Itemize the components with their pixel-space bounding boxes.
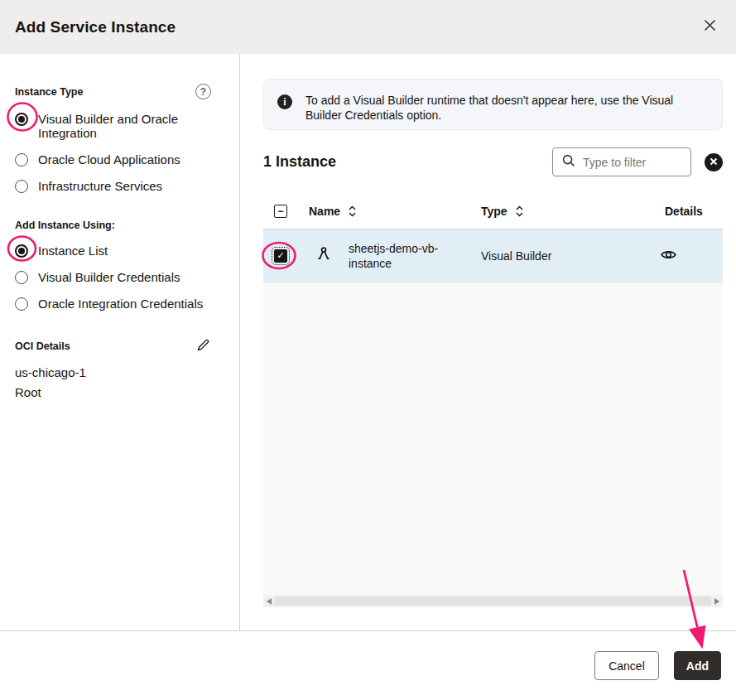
column-header-type[interactable]: Type xyxy=(470,204,654,219)
info-icon: i xyxy=(277,94,292,109)
eye-icon xyxy=(660,246,677,266)
radio-icon xyxy=(15,297,28,311)
instance-name: sheetjs-demo-vb-instance xyxy=(349,241,470,271)
info-banner: i To add a Visual Builder runtime that d… xyxy=(263,79,723,130)
filter-input[interactable] xyxy=(583,156,681,169)
radio-infrastructure-services[interactable]: Infrastructure Services xyxy=(15,179,211,193)
instance-count-heading: 1 Instance xyxy=(263,153,336,171)
scrollbar-thumb[interactable] xyxy=(275,596,711,606)
column-header-name[interactable]: Name xyxy=(298,204,470,219)
filter-search-box[interactable] xyxy=(552,147,691,176)
radio-visual-builder-credentials[interactable]: Visual Builder Credentials xyxy=(15,270,211,284)
radio-selected-icon xyxy=(15,244,28,258)
oci-region-value: us-chicago-1 xyxy=(15,365,211,379)
add-instance-using-label: Add Instance Using: xyxy=(15,220,115,231)
dialog-sidebar: Instance Type ? Visual Builder and Oracl… xyxy=(0,54,240,630)
radio-icon xyxy=(15,271,28,284)
table-row-sheetjs-demo-vb-instance[interactable]: ✓ sheetjs-demo-vb-instance Visual Builde… xyxy=(263,229,723,282)
circle-x-icon xyxy=(710,156,718,168)
list-toolbar: 1 Instance xyxy=(263,147,723,176)
radio-oracle-cloud-applications[interactable]: Oracle Cloud Applications xyxy=(15,152,211,167)
visual-builder-instance-icon xyxy=(315,246,332,266)
cancel-button[interactable]: Cancel xyxy=(594,651,659,680)
help-icon[interactable]: ? xyxy=(195,84,211,99)
view-details-button[interactable] xyxy=(655,243,681,269)
radio-label: Instance List xyxy=(38,244,108,258)
radio-label: Oracle Cloud Applications xyxy=(38,152,180,167)
info-banner-text: To add a Visual Builder runtime that doe… xyxy=(305,90,696,123)
sort-icon[interactable] xyxy=(515,204,524,219)
dialog-title: Add Service Instance xyxy=(15,18,176,36)
table-header-row: − Name Type Details xyxy=(263,193,723,229)
add-button[interactable]: Add xyxy=(674,651,721,680)
row-checkbox-checked[interactable]: ✓ xyxy=(274,249,287,263)
sort-icon[interactable] xyxy=(348,204,357,219)
radio-icon xyxy=(15,153,28,167)
instances-table: − Name Type Details xyxy=(263,193,723,607)
radio-label: Visual Builder and Oracle Integration xyxy=(38,112,211,140)
edit-oci-details-button[interactable] xyxy=(195,338,211,355)
close-button[interactable] xyxy=(693,10,726,43)
radio-oracle-integration-credentials[interactable]: Oracle Integration Credentials xyxy=(15,297,211,311)
radio-label: Oracle Integration Credentials xyxy=(38,297,203,311)
dialog-footer: Cancel Add xyxy=(0,630,736,700)
radio-label: Infrastructure Services xyxy=(38,179,162,193)
radio-instance-list[interactable]: Instance List xyxy=(15,244,211,258)
dialog-main-panel: i To add a Visual Builder runtime that d… xyxy=(241,54,736,630)
column-header-details: Details xyxy=(654,205,723,218)
radio-icon xyxy=(15,180,28,193)
scroll-left-arrow-icon[interactable] xyxy=(267,598,272,605)
oci-details-label: OCI Details xyxy=(15,340,70,352)
close-icon xyxy=(703,18,717,35)
horizontal-scrollbar[interactable] xyxy=(263,595,723,607)
instance-type-label: Instance Type xyxy=(15,86,83,98)
pencil-icon xyxy=(196,338,210,355)
radio-selected-icon xyxy=(15,113,28,126)
oci-compartment-value: Root xyxy=(15,385,211,399)
instance-type-value: Visual Builder xyxy=(470,249,654,263)
search-icon xyxy=(561,153,576,171)
radio-visual-builder-and-oracle-integration[interactable]: Visual Builder and Oracle Integration xyxy=(15,112,211,140)
scroll-right-arrow-icon[interactable] xyxy=(714,598,719,605)
add-service-instance-dialog: Add Service Instance Instance Type ? Vis… xyxy=(0,0,736,700)
radio-label: Visual Builder Credentials xyxy=(38,270,180,284)
table-empty-area xyxy=(263,282,723,595)
clear-filter-button[interactable] xyxy=(705,153,723,171)
select-all-checkbox[interactable]: − xyxy=(274,205,287,218)
dialog-header: Add Service Instance xyxy=(0,0,736,54)
